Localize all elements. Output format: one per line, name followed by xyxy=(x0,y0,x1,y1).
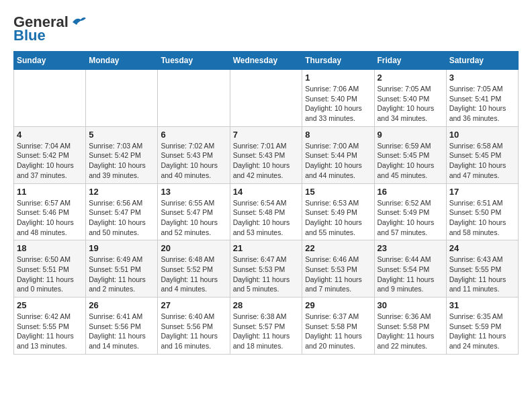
logo-text-blue: Blue xyxy=(13,27,46,44)
day-number: 18 xyxy=(17,243,83,253)
day-number: 11 xyxy=(17,187,83,197)
calendar-cell: 4Sunrise: 7:04 AM Sunset: 5:42 PM Daylig… xyxy=(14,126,86,183)
day-number: 13 xyxy=(161,187,226,197)
day-number: 29 xyxy=(305,300,371,310)
calendar-cell xyxy=(86,70,158,127)
day-number: 27 xyxy=(161,300,226,310)
calendar-week-row: 1Sunrise: 7:06 AM Sunset: 5:40 PM Daylig… xyxy=(14,70,519,127)
calendar-week-row: 25Sunrise: 6:42 AM Sunset: 5:55 PM Dayli… xyxy=(14,298,519,355)
calendar-cell: 2Sunrise: 7:05 AM Sunset: 5:40 PM Daylig… xyxy=(374,70,446,127)
day-info: Sunrise: 6:56 AM Sunset: 5:47 PM Dayligh… xyxy=(89,198,154,238)
calendar-cell: 23Sunrise: 6:44 AM Sunset: 5:54 PM Dayli… xyxy=(374,240,446,298)
day-number: 15 xyxy=(305,187,371,197)
calendar-header-row: SundayMondayTuesdayWednesdayThursdayFrid… xyxy=(14,52,519,70)
day-number: 3 xyxy=(449,73,515,83)
calendar-cell: 27Sunrise: 6:40 AM Sunset: 5:56 PM Dayli… xyxy=(158,298,230,355)
calendar-cell: 15Sunrise: 6:53 AM Sunset: 5:49 PM Dayli… xyxy=(302,183,374,240)
day-number: 21 xyxy=(233,243,300,253)
day-info: Sunrise: 7:02 AM Sunset: 5:43 PM Dayligh… xyxy=(161,141,226,181)
day-info: Sunrise: 7:00 AM Sunset: 5:44 PM Dayligh… xyxy=(305,141,371,181)
day-number: 25 xyxy=(17,300,83,310)
calendar-cell: 20Sunrise: 6:48 AM Sunset: 5:52 PM Dayli… xyxy=(158,240,230,298)
day-number: 12 xyxy=(89,187,154,197)
calendar-table: SundayMondayTuesdayWednesdayThursdayFrid… xyxy=(13,51,519,355)
calendar-cell: 30Sunrise: 6:36 AM Sunset: 5:58 PM Dayli… xyxy=(374,298,446,355)
day-info: Sunrise: 6:41 AM Sunset: 5:56 PM Dayligh… xyxy=(89,312,154,351)
day-info: Sunrise: 6:36 AM Sunset: 5:58 PM Dayligh… xyxy=(378,312,443,351)
day-info: Sunrise: 7:01 AM Sunset: 5:43 PM Dayligh… xyxy=(233,141,300,181)
day-info: Sunrise: 6:57 AM Sunset: 5:46 PM Dayligh… xyxy=(17,198,83,238)
day-info: Sunrise: 6:37 AM Sunset: 5:58 PM Dayligh… xyxy=(305,312,371,351)
day-number: 5 xyxy=(89,130,154,140)
day-info: Sunrise: 6:42 AM Sunset: 5:55 PM Dayligh… xyxy=(17,312,83,351)
day-info: Sunrise: 7:06 AM Sunset: 5:40 PM Dayligh… xyxy=(305,84,371,124)
day-number: 2 xyxy=(378,73,443,83)
day-info: Sunrise: 6:44 AM Sunset: 5:54 PM Dayligh… xyxy=(378,255,443,294)
day-info: Sunrise: 6:40 AM Sunset: 5:56 PM Dayligh… xyxy=(161,312,226,351)
weekday-header-thursday: Thursday xyxy=(302,52,374,70)
calendar-cell: 29Sunrise: 6:37 AM Sunset: 5:58 PM Dayli… xyxy=(302,298,374,355)
day-number: 26 xyxy=(89,300,154,310)
day-number: 28 xyxy=(233,300,300,310)
calendar-week-row: 18Sunrise: 6:50 AM Sunset: 5:51 PM Dayli… xyxy=(14,240,519,298)
calendar-cell: 7Sunrise: 7:01 AM Sunset: 5:43 PM Daylig… xyxy=(230,126,302,183)
day-number: 16 xyxy=(378,187,443,197)
day-number: 14 xyxy=(233,187,300,197)
calendar-cell: 1Sunrise: 7:06 AM Sunset: 5:40 PM Daylig… xyxy=(302,70,374,127)
calendar-cell: 25Sunrise: 6:42 AM Sunset: 5:55 PM Dayli… xyxy=(14,298,86,355)
calendar-cell: 19Sunrise: 6:49 AM Sunset: 5:51 PM Dayli… xyxy=(86,240,158,298)
day-info: Sunrise: 6:52 AM Sunset: 5:49 PM Dayligh… xyxy=(378,198,443,238)
calendar-cell: 5Sunrise: 7:03 AM Sunset: 5:42 PM Daylig… xyxy=(86,126,158,183)
weekday-header-wednesday: Wednesday xyxy=(230,52,302,70)
calendar-cell xyxy=(158,70,230,127)
calendar-cell: 22Sunrise: 6:46 AM Sunset: 5:53 PM Dayli… xyxy=(302,240,374,298)
day-info: Sunrise: 6:43 AM Sunset: 5:55 PM Dayligh… xyxy=(449,255,515,294)
weekday-header-saturday: Saturday xyxy=(446,52,518,70)
calendar-cell xyxy=(230,70,302,127)
day-number: 8 xyxy=(305,130,371,140)
day-info: Sunrise: 6:53 AM Sunset: 5:49 PM Dayligh… xyxy=(305,198,371,238)
calendar-cell: 26Sunrise: 6:41 AM Sunset: 5:56 PM Dayli… xyxy=(86,298,158,355)
day-info: Sunrise: 6:35 AM Sunset: 5:59 PM Dayligh… xyxy=(449,312,515,351)
day-info: Sunrise: 6:58 AM Sunset: 5:45 PM Dayligh… xyxy=(449,141,515,181)
day-number: 24 xyxy=(449,243,515,253)
day-number: 23 xyxy=(378,243,443,253)
day-info: Sunrise: 6:51 AM Sunset: 5:50 PM Dayligh… xyxy=(449,198,515,238)
day-number: 17 xyxy=(449,187,515,197)
day-number: 6 xyxy=(161,130,226,140)
day-number: 30 xyxy=(378,300,443,310)
calendar-cell: 24Sunrise: 6:43 AM Sunset: 5:55 PM Dayli… xyxy=(446,240,518,298)
calendar-cell: 12Sunrise: 6:56 AM Sunset: 5:47 PM Dayli… xyxy=(86,183,158,240)
day-number: 1 xyxy=(305,73,371,83)
day-info: Sunrise: 6:46 AM Sunset: 5:53 PM Dayligh… xyxy=(305,255,371,294)
calendar-cell: 31Sunrise: 6:35 AM Sunset: 5:59 PM Dayli… xyxy=(446,298,518,355)
day-info: Sunrise: 6:54 AM Sunset: 5:48 PM Dayligh… xyxy=(233,198,300,238)
calendar-cell: 10Sunrise: 6:58 AM Sunset: 5:45 PM Dayli… xyxy=(446,126,518,183)
weekday-header-tuesday: Tuesday xyxy=(158,52,230,70)
calendar-cell: 9Sunrise: 6:59 AM Sunset: 5:45 PM Daylig… xyxy=(374,126,446,183)
logo: General Blue xyxy=(13,13,87,44)
calendar-cell: 13Sunrise: 6:55 AM Sunset: 5:47 PM Dayli… xyxy=(158,183,230,240)
day-info: Sunrise: 7:03 AM Sunset: 5:42 PM Dayligh… xyxy=(89,141,154,181)
day-number: 9 xyxy=(378,130,443,140)
weekday-header-sunday: Sunday xyxy=(14,52,86,70)
calendar-week-row: 11Sunrise: 6:57 AM Sunset: 5:46 PM Dayli… xyxy=(14,183,519,240)
calendar-cell: 17Sunrise: 6:51 AM Sunset: 5:50 PM Dayli… xyxy=(446,183,518,240)
day-number: 4 xyxy=(17,130,83,140)
calendar-cell: 28Sunrise: 6:38 AM Sunset: 5:57 PM Dayli… xyxy=(230,298,302,355)
day-info: Sunrise: 6:55 AM Sunset: 5:47 PM Dayligh… xyxy=(161,198,226,238)
day-info: Sunrise: 6:47 AM Sunset: 5:53 PM Dayligh… xyxy=(233,255,300,294)
weekday-header-friday: Friday xyxy=(374,52,446,70)
calendar-cell: 16Sunrise: 6:52 AM Sunset: 5:49 PM Dayli… xyxy=(374,183,446,240)
day-info: Sunrise: 6:59 AM Sunset: 5:45 PM Dayligh… xyxy=(378,141,443,181)
day-info: Sunrise: 7:05 AM Sunset: 5:41 PM Dayligh… xyxy=(449,84,515,124)
logo-bird-icon xyxy=(71,15,87,29)
calendar-cell: 8Sunrise: 7:00 AM Sunset: 5:44 PM Daylig… xyxy=(302,126,374,183)
day-info: Sunrise: 7:04 AM Sunset: 5:42 PM Dayligh… xyxy=(17,141,83,181)
day-number: 20 xyxy=(161,243,226,253)
calendar-cell: 6Sunrise: 7:02 AM Sunset: 5:43 PM Daylig… xyxy=(158,126,230,183)
page-header: General Blue xyxy=(13,13,519,44)
day-number: 31 xyxy=(449,300,515,310)
calendar-cell: 3Sunrise: 7:05 AM Sunset: 5:41 PM Daylig… xyxy=(446,70,518,127)
day-info: Sunrise: 6:48 AM Sunset: 5:52 PM Dayligh… xyxy=(161,255,226,294)
